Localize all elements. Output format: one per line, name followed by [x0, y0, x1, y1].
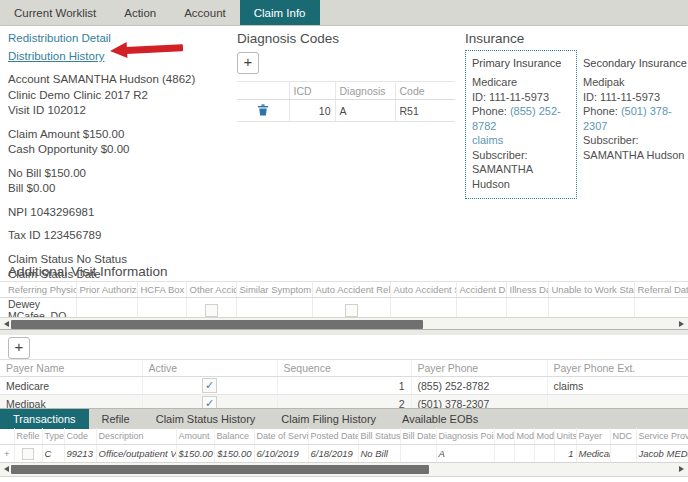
trans-col-units: Units [554, 428, 576, 445]
trans-bill-status-value: No Bill [358, 445, 400, 463]
claim-summary-panel: Redistribution Detail Distribution Histo… [8, 32, 234, 291]
primary-subscriber-value: SAMANTHA Hudson [472, 162, 570, 191]
trans-units-value: 1 [554, 445, 576, 463]
cash-opportunity-line: Cash Opportunity $0.00 [8, 142, 234, 158]
add-payer-button[interactable]: + [8, 337, 30, 359]
secondary-insurance-card: Secondary Insurance Medipak ID: 111-11-5… [583, 50, 688, 168]
trans-mod2-value [514, 445, 534, 463]
add-diagnosis-button[interactable]: + [237, 52, 259, 74]
payer-col-name: Payer Name [0, 360, 142, 377]
secondary-insurance-heading: Secondary Insurance [583, 56, 688, 71]
diagnosis-row: 10 A R51 [237, 100, 455, 122]
scroll-left-arrow-icon[interactable] [4, 466, 9, 472]
avi-col-referral-date: Referral Date [634, 282, 688, 298]
secondary-insurance-id: ID: 111-11-5973 [583, 90, 688, 105]
payer-row-medicare: Medicare ✓ 1 (855) 252-8782 claims [0, 377, 688, 395]
trans-bill-date-value [400, 445, 436, 463]
avi-scrollbar-thumb[interactable] [11, 320, 423, 329]
no-bill-line: No Bill $150.00 [8, 166, 234, 182]
avi-col-referring-physician: Referring Physician [0, 282, 76, 298]
delete-diagnosis-icon[interactable] [258, 106, 268, 118]
diagnosis-col-diagnosis: Diagnosis [335, 82, 395, 100]
transaction-row: + C 99213 Office/outpatient Visit, Est $… [0, 445, 688, 463]
tab-claim-status-history[interactable]: Claim Status History [143, 409, 269, 429]
trans-col-posted-date: Posted Date [308, 428, 358, 445]
avi-col-auto-accident-state: Auto Accident State [390, 282, 456, 298]
bottom-tab-bar: Transactions Refile Claim Status History… [0, 408, 688, 429]
diagnosis-col-code: Code [395, 82, 455, 100]
payer-phone-ext-value: claims [547, 377, 688, 395]
arrow-shaft [125, 44, 183, 54]
trans-col-date-of-service: Date of Service [254, 428, 308, 445]
trans-mod3-value [534, 445, 554, 463]
tab-transactions[interactable]: Transactions [0, 409, 89, 429]
diagnosis-col-icd: ICD [289, 82, 335, 100]
trans-col-refile: Refile [14, 428, 42, 445]
trans-col-type: Type [42, 428, 64, 445]
trans-col-amount: Amount [176, 428, 214, 445]
avi-col-hcfa-box-19: HCFA Box 19 [137, 282, 186, 298]
avi-col-accident-date: Accident Date [456, 282, 506, 298]
auto-accident-related-checkbox[interactable] [345, 304, 358, 317]
tab-claim-info[interactable]: Claim Info [240, 0, 320, 25]
payer-col-sequence: Sequence [277, 360, 411, 377]
primary-insurance-card: Primary Insurance Medicare ID: 111-11-59… [465, 50, 577, 199]
payer-active-checkbox[interactable]: ✓ [202, 378, 217, 393]
trans-col-expand [0, 428, 14, 445]
tab-refile[interactable]: Refile [89, 409, 143, 429]
tab-account[interactable]: Account [170, 0, 240, 25]
expand-row-icon[interactable]: + [0, 445, 14, 463]
secondary-subscriber-label: Subscriber: [583, 134, 639, 146]
scroll-left-arrow-icon[interactable] [4, 321, 9, 327]
diagnosis-icd-value: 10 [289, 100, 335, 122]
trans-col-mod1: Mod1 [494, 428, 514, 445]
payer-phone-value: (855) 252-8782 [411, 377, 547, 395]
trans-col-mod3: Mod3 [534, 428, 554, 445]
avi-col-unable-to-work-start-date: Unable to Work Start Date [548, 282, 634, 298]
tab-claim-filing-history[interactable]: Claim Filing History [268, 409, 389, 429]
diagnosis-table: ICD Diagnosis Code 10 A R51 [237, 81, 455, 122]
trans-col-ndc: NDC [610, 428, 636, 445]
trans-posted-date-value: 6/18/2019 [308, 445, 358, 463]
diagnosis-codes-section: Diagnosis Codes + ICD Diagnosis Code [237, 31, 455, 122]
trans-diagnosis-pointers-value: A [436, 445, 494, 463]
refile-checkbox[interactable] [22, 448, 34, 460]
trans-dos-value: 6/10/2019 [254, 445, 308, 463]
diagnosis-diagnosis-value: A [335, 100, 395, 122]
diagnosis-codes-title: Diagnosis Codes [237, 31, 455, 46]
trans-col-payer: Payer [576, 428, 610, 445]
scroll-right-arrow-icon[interactable] [679, 466, 684, 472]
distribution-history-link[interactable]: Distribution History [8, 50, 105, 62]
claim-info-page: Current Worklist Action Account Claim In… [0, 0, 688, 482]
redistribution-detail-link[interactable]: Redistribution Detail [8, 32, 111, 44]
primary-insurance-name: Medicare [472, 75, 570, 90]
tab-action[interactable]: Action [110, 0, 170, 25]
primary-insurance-id: ID: 111-11-5973 [472, 90, 570, 105]
payer-name-value: Medicare [0, 377, 142, 395]
payer-col-phone: Payer Phone [411, 360, 547, 377]
primary-phone-ext-link[interactable]: claims [472, 134, 503, 146]
payer-table: Payer Name Active Sequence Payer Phone P… [0, 359, 688, 413]
insurance-section: Insurance Primary Insurance Medicare ID:… [465, 31, 688, 46]
trans-amount-value: $150.00 [176, 445, 214, 463]
tab-available-eobs[interactable]: Available EOBs [389, 409, 491, 429]
trans-col-mod2: Mod2 [514, 428, 534, 445]
trans-col-description: Description [96, 428, 176, 445]
trans-payer-value: Medicare [576, 445, 610, 463]
trans-col-service-provider: Service Provider [636, 428, 688, 445]
transactions-horizontal-scrollbar[interactable] [0, 462, 688, 477]
trans-mod1-value [494, 445, 514, 463]
other-accident-checkbox[interactable] [205, 304, 218, 317]
trans-service-provider-value: Jacob MEDEVOl [636, 445, 688, 463]
tab-current-worklist[interactable]: Current Worklist [0, 0, 110, 25]
primary-phone-label: Phone: [472, 105, 507, 117]
avi-col-prior-authorization: Prior Authorization [76, 282, 137, 298]
additional-visit-title: Additional Visit Information [8, 264, 168, 279]
avi-col-auto-accident-related: Auto Accident Related [312, 282, 390, 298]
clinic-line: Clinic Demo Clinic 2017 R2 [8, 88, 234, 104]
secondary-subscriber-value: SAMANTHA Hudson [583, 149, 684, 161]
scroll-right-arrow-icon[interactable] [679, 321, 684, 327]
transactions-scrollbar-thumb[interactable] [11, 465, 429, 474]
payer-col-active: Active [142, 360, 277, 377]
trans-col-bill-date: Bill Date [400, 428, 436, 445]
